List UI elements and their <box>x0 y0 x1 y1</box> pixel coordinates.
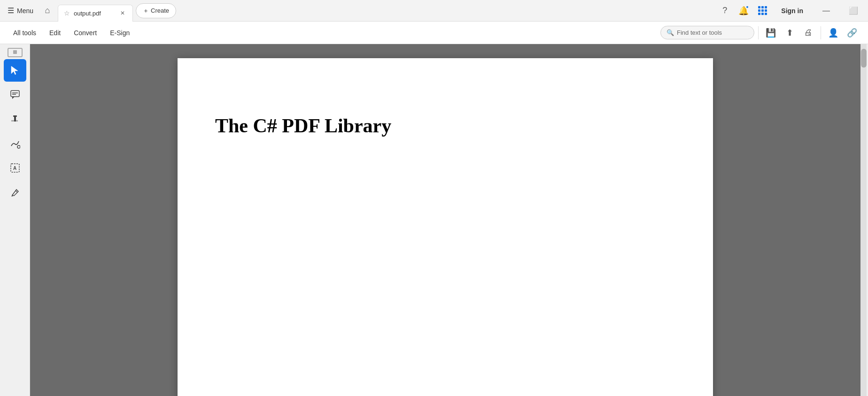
restore-icon: ⬜ <box>849 6 858 15</box>
browser-tab[interactable]: ☆ output.pdf ✕ <box>58 5 133 22</box>
sign-in-button[interactable]: Sign in <box>775 4 810 17</box>
text-select-tool[interactable]: A <box>4 157 26 179</box>
comment-icon <box>10 90 20 100</box>
draw-tool[interactable] <box>4 132 26 155</box>
esign-button[interactable]: E-Sign <box>104 26 135 39</box>
plus-icon: ＋ <box>143 7 149 15</box>
svg-text:A: A <box>13 166 16 171</box>
share-icon: 🔗 <box>847 28 857 38</box>
menu-label: Menu <box>17 7 33 15</box>
save-icon: 💾 <box>766 28 776 38</box>
right-sidebar <box>860 44 868 396</box>
comment-tool[interactable] <box>4 84 26 106</box>
upload-button[interactable]: ⬆ <box>781 24 798 41</box>
toolbar-divider-2 <box>821 26 821 39</box>
home-icon: ⌂ <box>45 6 50 15</box>
svg-line-11 <box>16 190 17 192</box>
upload-icon: ⬆ <box>786 28 793 38</box>
tab-close-button[interactable]: ✕ <box>118 9 127 17</box>
hamburger-icon: ☰ <box>8 6 14 15</box>
browser-right-controls: ? 🔔 Sign in — ⬜ <box>718 3 864 18</box>
scroll-indicator <box>8 48 23 57</box>
all-tools-button[interactable]: All tools <box>8 26 42 39</box>
highlight-icon <box>10 114 20 124</box>
account-button[interactable]: 👤 <box>825 24 842 41</box>
create-label: Create <box>151 7 169 14</box>
share-button[interactable]: 🔗 <box>844 24 860 41</box>
svg-marker-4 <box>12 97 15 99</box>
cursor-tool[interactable] <box>4 59 26 82</box>
star-icon: ☆ <box>64 9 70 17</box>
print-icon: 🖨 <box>804 28 813 38</box>
ink-tool[interactable] <box>4 181 26 204</box>
cursor-icon <box>10 65 20 76</box>
scroll-thumb <box>13 50 17 54</box>
left-sidebar: A <box>0 44 30 396</box>
apps-grid-icon <box>758 6 767 15</box>
pdf-page: The C# PDF Library <box>178 58 713 396</box>
edit-button[interactable]: Edit <box>44 26 66 39</box>
pdf-viewer-area[interactable]: The C# PDF Library <box>30 44 860 396</box>
search-placeholder: Find text or tools <box>677 29 722 36</box>
svg-rect-1 <box>11 91 19 97</box>
help-icon: ? <box>722 6 727 15</box>
ink-icon <box>10 187 20 198</box>
minimize-button[interactable]: — <box>815 3 837 18</box>
search-icon: 🔍 <box>666 29 674 36</box>
create-button[interactable]: ＋ Create <box>136 3 176 18</box>
toolbar-divider-1 <box>758 26 759 39</box>
print-button[interactable]: 🖨 <box>800 24 817 41</box>
text-select-icon: A <box>10 163 20 173</box>
tab-title: output.pdf <box>74 10 115 17</box>
svg-rect-7 <box>13 115 17 117</box>
svg-marker-0 <box>11 66 18 75</box>
browser-bar: ☰ Menu ⌂ ☆ output.pdf ✕ ＋ Create ? 🔔 Sig… <box>0 0 868 22</box>
restore-button[interactable]: ⬜ <box>843 3 864 18</box>
home-button[interactable]: ⌂ <box>40 3 55 18</box>
help-button[interactable]: ? <box>718 4 731 17</box>
minimize-icon: — <box>822 7 830 15</box>
notification-dot <box>745 5 749 9</box>
highlight-tool[interactable] <box>4 108 26 130</box>
main-layout: A The C# PDF Library <box>0 44 868 396</box>
app-toolbar: All tools Edit Convert E-Sign 🔍 Find tex… <box>0 22 868 44</box>
search-bar[interactable]: 🔍 Find text or tools <box>660 26 754 39</box>
scrollbar-thumb[interactable] <box>861 49 867 68</box>
apps-button[interactable] <box>756 4 769 17</box>
notifications-button[interactable]: 🔔 <box>737 4 750 17</box>
toolbar-right: 🔍 Find text or tools 💾 ⬆ 🖨 👤 🔗 <box>660 24 860 41</box>
menu-button[interactable]: ☰ Menu <box>4 4 37 17</box>
svg-point-8 <box>17 145 20 148</box>
save-button[interactable]: 💾 <box>762 24 779 41</box>
account-icon: 👤 <box>828 28 838 38</box>
pdf-title: The C# PDF Library <box>215 114 391 137</box>
scrollbar[interactable] <box>861 44 867 396</box>
draw-icon <box>10 138 20 149</box>
convert-button[interactable]: Convert <box>68 26 102 39</box>
